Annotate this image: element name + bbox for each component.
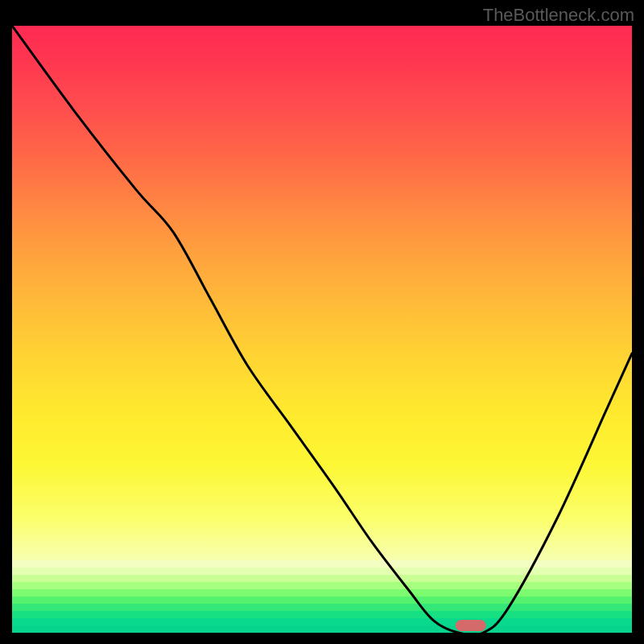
minimum-marker bbox=[456, 620, 486, 631]
plot-svg bbox=[12, 26, 632, 633]
plot-area bbox=[12, 26, 632, 633]
curve-line bbox=[12, 26, 632, 633]
chart-root: TheBottleneck.com bbox=[0, 0, 644, 644]
watermark: TheBottleneck.com bbox=[483, 5, 634, 26]
